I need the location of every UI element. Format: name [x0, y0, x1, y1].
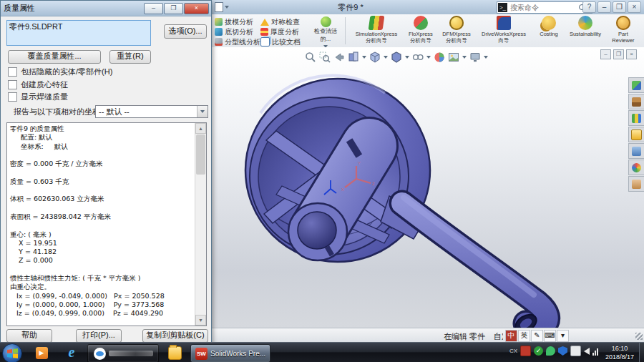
simulationxpress-button[interactable]: SimulationXpress 分析向导 [351, 16, 402, 44]
compare-documents-button[interactable]: 比较文档 [260, 37, 301, 47]
symmetry-check-button[interactable]: 对称检查 [260, 17, 300, 26]
document-list[interactable]: 零件9.SLDPRT [6, 20, 151, 46]
doc-minimize-button[interactable]: – [600, 49, 611, 59]
apply-scene-icon[interactable] [448, 52, 459, 63]
browser-window-label [109, 351, 153, 356]
taskbar-media-player[interactable]: ▶ [30, 344, 53, 361]
tab-appearances[interactable] [628, 160, 644, 175]
network-icon[interactable] [592, 347, 598, 356]
check-active-icon [321, 16, 331, 27]
view-orientation-icon[interactable] [369, 52, 381, 63]
scroll-down-icon[interactable]: ▼ [195, 315, 206, 326]
search-input[interactable] [509, 3, 578, 12]
minimize-button[interactable]: – [597, 1, 611, 13]
thickness-analysis-button[interactable]: 厚度分析 [260, 27, 299, 36]
resize-grip[interactable] [635, 333, 643, 340]
graphics-area[interactable]: Y X Z – ❐ × [210, 47, 644, 328]
zoom-area-icon[interactable] [319, 52, 331, 63]
recalculate-button[interactable]: 重算(R) [109, 50, 151, 64]
copy-to-clipboard-button[interactable]: 复制到剪贴板(C) [142, 329, 208, 343]
section-view-icon[interactable] [348, 52, 359, 63]
checkbox-include-hidden[interactable]: 包括隐藏的实体/零部件(H) [8, 67, 112, 77]
quick-access-toolbar[interactable] [215, 1, 233, 12]
chevron-down-icon[interactable] [384, 56, 388, 59]
command-search[interactable]: >_ [497, 1, 592, 14]
lang-english-button[interactable]: 英 [518, 330, 530, 342]
view-palette-icon [632, 147, 641, 156]
close-button[interactable]: × [628, 1, 641, 13]
tray-clipboard-icon[interactable] [570, 346, 581, 356]
checkbox-create-com[interactable]: 创建质心特征 [8, 79, 68, 90]
previous-view-icon[interactable] [333, 52, 345, 63]
sustainability-icon [578, 16, 592, 30]
volume-icon[interactable] [584, 348, 590, 355]
chevron-down-icon[interactable] [484, 56, 488, 59]
tab-custom-properties[interactable] [628, 176, 644, 192]
show-desktop-button[interactable] [639, 343, 644, 362]
report-coords-dropdown[interactable]: -- 默认 -- [95, 105, 208, 118]
svg-text:Y: Y [358, 161, 361, 165]
status-customize-text[interactable]: 自定义 [494, 331, 503, 342]
doc-close-button[interactable]: × [626, 49, 637, 59]
tab-sw-resources[interactable] [628, 77, 644, 93]
view-settings-icon[interactable] [469, 52, 481, 63]
draft-analysis-button[interactable]: 拔模分析 [215, 17, 253, 26]
tab-file-explorer[interactable] [628, 127, 644, 142]
dfmxpress-icon [449, 16, 464, 30]
keyboard-icon[interactable]: ⌨ [544, 330, 556, 342]
windows-flag-icon [7, 348, 18, 358]
start-button[interactable] [2, 343, 22, 362]
costing-button[interactable]: Costing [534, 16, 564, 37]
taskbar-internet-explorer[interactable]: e [60, 344, 83, 361]
results-scrollbar[interactable]: ▲ ▼ [195, 123, 206, 326]
taskbar-solidworks[interactable]: SW SolidWorks Pre... [190, 344, 270, 362]
floxpress-button[interactable]: FloXpress 分析向导 [404, 16, 438, 44]
internet-explorer-icon: e [66, 347, 78, 359]
tab-toolbox[interactable] [628, 110, 644, 126]
display-style-icon[interactable] [391, 52, 402, 63]
scrollbar-thumb[interactable] [196, 134, 205, 175]
pen-icon[interactable]: ✎ [531, 330, 543, 342]
taskbar-file-explorer[interactable] [162, 344, 187, 361]
part-reviewer-button[interactable]: Part Reviewer [608, 16, 638, 44]
restore-button[interactable]: ❐ [613, 1, 626, 13]
parting-line-analysis-button[interactable]: 分型线分析 [215, 37, 260, 47]
langbar-options-button[interactable]: ▾ [557, 330, 569, 342]
doc-restore-button[interactable]: ❐ [613, 49, 624, 59]
undercut-analysis-button[interactable]: 底切分析 [215, 27, 253, 36]
edit-appearance-icon[interactable] [434, 52, 445, 63]
chevron-down-icon[interactable] [426, 56, 431, 59]
zoom-fit-icon[interactable] [305, 52, 316, 63]
print-button[interactable]: 打印(P)... [76, 329, 122, 343]
scroll-up-icon[interactable]: ▲ [195, 123, 206, 134]
chevron-down-icon[interactable] [405, 56, 409, 59]
tray-red-app-icon[interactable] [520, 346, 531, 356]
dialog-maximize-button[interactable]: ❐ [164, 3, 183, 14]
dialog-close-button[interactable]: × [184, 3, 209, 14]
dfmxpress-button[interactable]: DFMXpress 分析向导 [439, 16, 474, 44]
taskbar-clock[interactable]: 16:10 2018/8/17 [600, 344, 640, 361]
taskbar-browser-window[interactable] [87, 344, 159, 362]
tray-chat-icon[interactable] [546, 346, 555, 356]
tab-design-library[interactable] [628, 94, 644, 109]
hide-show-items-icon[interactable] [412, 52, 424, 63]
part-model[interactable]: Y X Z [210, 47, 644, 328]
chevron-down-icon[interactable] [362, 56, 366, 59]
lang-chinese-button[interactable]: 中 [505, 330, 517, 342]
driveworksxpress-button[interactable]: DriveWorksXpress 向导 [477, 16, 531, 44]
help-button[interactable]: ? [582, 1, 596, 13]
chevron-down-icon[interactable] [462, 56, 467, 59]
tab-view-palette[interactable] [628, 143, 644, 159]
tray-antivirus-icon[interactable]: ✓ [534, 346, 543, 356]
sustainability-button[interactable]: Sustainability [565, 16, 605, 37]
tray-cx-icon[interactable]: CX [509, 348, 517, 354]
dialog-titlebar[interactable]: 质量属性 – ❐ × [1, 1, 211, 16]
check-active-document-button[interactable]: 检查清活的... [311, 16, 341, 49]
override-mass-button[interactable]: 覆盖质量属性... [8, 50, 101, 64]
dialog-minimize-button[interactable]: – [144, 3, 163, 14]
checkbox-show-weld-mass[interactable]: 显示焊缝质量 [8, 92, 68, 102]
chevron-down-icon [197, 106, 208, 117]
options-button[interactable]: 选项(O)... [164, 24, 207, 39]
tray-shield-icon[interactable] [558, 346, 567, 356]
help-button[interactable]: 帮助 [6, 329, 52, 343]
